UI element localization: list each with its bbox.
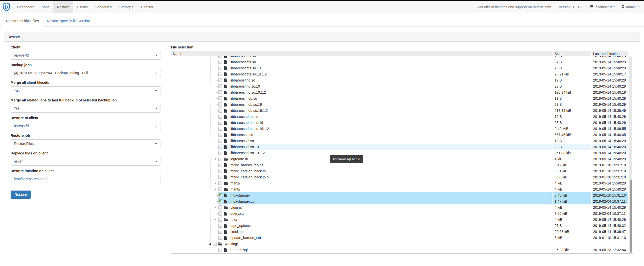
merge-jobs-select[interactable]: Yes <box>11 104 161 113</box>
checkbox-unchecked[interactable] <box>213 242 217 246</box>
checkbox-checked[interactable] <box>218 199 222 203</box>
checkbox-unchecked[interactable] <box>218 84 222 88</box>
checkbox-unchecked[interactable] <box>218 78 222 82</box>
checkbox-unchecked[interactable] <box>218 56 222 58</box>
file-name-label[interactable]: logrotate.d/ <box>229 157 249 161</box>
file-name-label[interactable]: libbareosndmp.so.19.1.2 <box>229 126 270 131</box>
checkbox-unchecked[interactable] <box>218 163 222 167</box>
expander-closed-icon[interactable] <box>215 158 216 160</box>
restore-location-input[interactable] <box>11 175 161 183</box>
tree-node-anchor[interactable]: logrotate.d/ <box>218 156 552 162</box>
checkbox-unchecked[interactable] <box>218 224 222 228</box>
file-name-label[interactable]: update_bareos_tables <box>229 235 266 240</box>
backup-jobs-select[interactable]: (4) 2019-05-23 17:32:04 - BackupCatalog … <box>11 69 161 77</box>
checkbox-unchecked[interactable] <box>218 218 222 222</box>
nav-item-storages[interactable]: Storages <box>115 1 137 13</box>
checkbox-unchecked[interactable] <box>218 248 222 252</box>
expander-closed-icon[interactable] <box>215 182 216 184</box>
nav-item-restore[interactable]: Restore <box>53 1 73 13</box>
tree-node-anchor[interactable]: libbareoscats.so. <box>218 59 552 65</box>
file-name-label[interactable]: libbareossql.so <box>229 139 255 143</box>
tree-node-anchor[interactable]: mtx-changer <box>218 192 552 198</box>
file-name-label[interactable]: man8/ <box>229 187 241 192</box>
expander-closed-icon[interactable] <box>215 206 216 208</box>
file-name-label[interactable]: libbareoscats.so <box>229 56 257 58</box>
checkbox-unchecked[interactable] <box>218 169 222 173</box>
checkbox-unchecked[interactable] <box>218 115 222 119</box>
tree-node-anchor[interactable]: timelimit <box>218 229 552 235</box>
file-name-label[interactable]: libbareosfind.so.19.1.2 <box>229 90 267 95</box>
tree-node-anchor[interactable]: libbareossql.so <box>218 138 552 144</box>
column-header-size[interactable]: Size <box>553 51 591 56</box>
expander-open-icon[interactable] <box>209 243 211 245</box>
tree-node-anchor[interactable]: libbareosndmp.so <box>218 114 552 120</box>
nav-item-clients[interactable]: Clients <box>73 1 91 13</box>
file-name-label[interactable]: libbareoscats.so.19.1.2 <box>229 72 268 76</box>
nav-item-schedules[interactable]: Schedules <box>91 1 115 13</box>
tree-node-anchor[interactable]: libbareosfind.so <box>218 77 552 83</box>
nav-item-jobs[interactable]: Jobs <box>38 1 53 13</box>
restore-button[interactable]: Restore <box>11 191 31 199</box>
tree-node-anchor[interactable]: libbareoscats.so <box>218 56 552 59</box>
file-name-label[interactable]: make_catalog_backup <box>229 169 267 173</box>
file-name-label[interactable]: libbareoslmdb.so.19.1.2 <box>229 108 269 113</box>
tree-node-anchor[interactable]: plugins/ <box>218 204 552 210</box>
tree-node-anchor[interactable]: make_bareos_tables <box>218 162 552 168</box>
tree-node-anchor[interactable]: libbareoslmdb.so.19.1.2 <box>218 108 552 114</box>
support-link[interactable]: Get official binaries and support on bar… <box>477 5 551 9</box>
file-name-label[interactable]: regress.sql <box>229 248 249 252</box>
checkbox-unchecked[interactable] <box>218 60 222 64</box>
file-name-label[interactable]: rc.d/ <box>229 217 238 222</box>
tree-node-anchor[interactable]: libbareosfind.so.19 <box>218 83 552 89</box>
file-name-label[interactable]: working/ <box>224 242 239 246</box>
checkbox-unchecked[interactable] <box>218 211 222 216</box>
tree-node-anchor[interactable]: update_bareos_tables <box>218 235 552 241</box>
vertical-scrollbar[interactable] <box>629 56 632 253</box>
file-name-label[interactable]: mtx-changer.conf <box>229 199 258 204</box>
tree-node-anchor[interactable]: libbareossd.so <box>218 132 552 138</box>
bareos-logo-icon[interactable]: b <box>3 1 10 13</box>
restore-to-client-select[interactable]: bareos-fd <box>11 122 161 130</box>
merge-filesets-select[interactable]: Yes <box>11 86 161 95</box>
column-header-last-modification[interactable]: Last modification <box>592 51 628 56</box>
checkbox-unchecked[interactable] <box>218 236 222 240</box>
file-name-label[interactable]: libbareosfind.so <box>229 78 256 83</box>
tree-node-anchor[interactable]: regress.sql <box>218 247 552 253</box>
checkbox-unchecked[interactable] <box>218 205 222 209</box>
tree-node-anchor[interactable]: libbareosndmp.so.19 <box>218 120 552 126</box>
tree-node-anchor[interactable]: libbareoslmdb.so.19 <box>218 101 552 108</box>
checkbox-unchecked[interactable] <box>218 72 222 76</box>
nav-item-dashboard[interactable]: Dashboard <box>13 1 38 13</box>
checkbox-unchecked[interactable] <box>218 151 222 155</box>
file-name-label[interactable]: libbareoscats.so.19 <box>229 66 262 70</box>
checkbox-unchecked[interactable] <box>218 230 222 234</box>
tree-node-anchor[interactable]: mtx-changer.conf <box>218 198 552 204</box>
nav-item-director[interactable]: Director <box>137 1 157 13</box>
checkbox-unchecked[interactable] <box>218 133 222 137</box>
tree-node-anchor[interactable]: libbareossql.so.19.1.2 <box>218 150 552 156</box>
file-name-label[interactable]: libbareosfind.so.19 <box>229 84 261 89</box>
checkbox-unchecked[interactable] <box>218 127 222 131</box>
checkbox-unchecked[interactable] <box>218 109 222 113</box>
file-name-label[interactable]: tape_options <box>229 223 252 228</box>
file-name-label[interactable]: libbareossd.so <box>229 132 254 137</box>
file-name-label[interactable]: timelimit <box>229 229 244 234</box>
checkbox-unchecked[interactable] <box>218 181 222 185</box>
checkbox-unchecked[interactable] <box>218 145 222 149</box>
checkbox-unchecked[interactable] <box>218 187 222 191</box>
tree-node-anchor[interactable]: man8/ <box>218 186 552 192</box>
director-selector[interactable]: localhost-dir <box>590 5 614 9</box>
tree-node-anchor[interactable]: make_catalog_backup <box>218 168 552 174</box>
tree-node-anchor[interactable]: rc.d/ <box>218 217 552 223</box>
checkbox-unchecked[interactable] <box>218 96 222 100</box>
checkbox-unchecked[interactable] <box>218 157 222 161</box>
checkbox-unchecked[interactable] <box>218 102 222 107</box>
replace-files-select[interactable]: never <box>11 157 161 166</box>
checkbox-unchecked[interactable] <box>218 121 222 125</box>
file-name-label[interactable]: man1/ <box>229 181 241 185</box>
file-name-label[interactable]: make_catalog_backup.pl <box>229 175 270 179</box>
tab-restore-multiple-files[interactable]: Restore multiple files <box>2 16 43 27</box>
file-name-label[interactable]: libbareoscats.so. <box>229 60 258 64</box>
tree-node-anchor[interactable]: working/ <box>213 241 552 247</box>
tree-node-anchor[interactable]: libbareossql.so.19 <box>218 144 552 150</box>
